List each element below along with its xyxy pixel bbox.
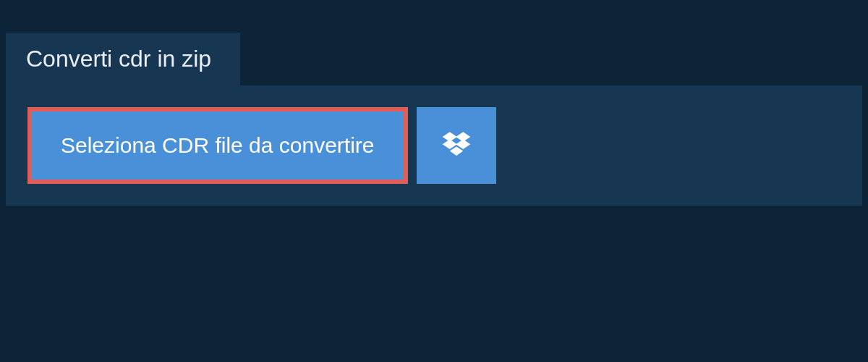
select-file-button[interactable]: Seleziona CDR file da convertire [32, 111, 404, 180]
tab-label: Converti cdr in zip [26, 46, 211, 72]
dropbox-button[interactable] [417, 107, 496, 184]
tab-convert[interactable]: Converti cdr in zip [6, 33, 240, 85]
dropbox-icon [441, 130, 472, 162]
tab-bar: Converti cdr in zip [0, 0, 868, 85]
select-file-label: Seleziona CDR file da convertire [61, 133, 375, 157]
button-row: Seleziona CDR file da convertire [27, 107, 862, 184]
content-panel: Seleziona CDR file da convertire [6, 85, 862, 206]
select-file-highlight: Seleziona CDR file da convertire [27, 107, 408, 184]
